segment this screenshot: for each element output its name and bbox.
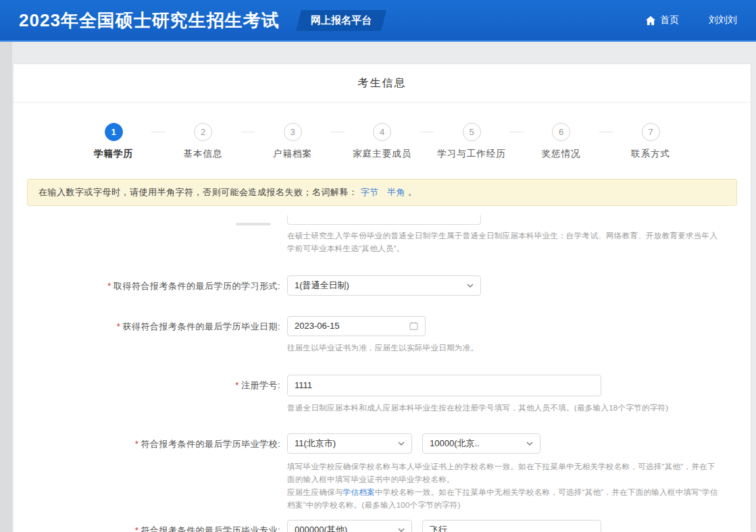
user-menu[interactable]: 刘刘刘	[709, 14, 737, 26]
step-circle: 4	[373, 123, 391, 141]
app-header: 2023年全国硕士研究生招生考试 网上报名平台 首页 刘刘刘	[0, 0, 756, 42]
wizard-step-2[interactable]: 2 基本信息	[166, 123, 241, 160]
reg-no-row: *注册学号:	[14, 375, 751, 396]
user-name: 刘刘刘	[709, 14, 737, 26]
grad-school-help-1: 填写毕业学校应确保学校名称与本人毕业证书上的学校名称一致。如在下拉菜单中无相关学…	[287, 460, 720, 486]
xuexin-archive-link[interactable]: 学信档案	[343, 488, 375, 496]
cutoff-select[interactable]	[287, 215, 481, 225]
wizard-step-6[interactable]: 6 奖惩情况	[524, 123, 599, 160]
step-label: 学习与工作经历	[437, 148, 506, 160]
study-form-row: *取得符合报考条件的最后学历的学习形式: 1(普通全日制)	[14, 275, 751, 296]
step-connector	[151, 132, 166, 132]
school-province-select[interactable]: 11(北京市)	[287, 433, 412, 454]
grad-date-row: *获得符合报考条件的最后学历毕业日期: 2023-06-15	[14, 316, 751, 336]
platform-badge-label: 网上报名平台	[311, 14, 372, 27]
wizard-step-4[interactable]: 4 家庭主要成员	[345, 123, 420, 160]
chevron-down-icon	[398, 442, 405, 446]
step-connector	[241, 132, 255, 132]
candidate-info-card: 考生信息 1 学籍学历 2 基本信息 3 户籍档案 4 家庭主要成员 5 学习与…	[14, 64, 751, 532]
wizard-step-5[interactable]: 5 学习与工作经历	[434, 123, 509, 160]
grad-major-label: 符合报考条件的最后学历毕业专业:	[141, 525, 280, 532]
byte-glossary-link[interactable]: 字节	[361, 187, 379, 197]
fresh-graduate-note: 在硕士研究生入学年份毕业的普通全日制学生属于普通全日制应届本科毕业生；自学考试、…	[287, 230, 720, 255]
card-title-row: 考生信息	[14, 64, 751, 103]
notice-suffix: 。	[408, 187, 418, 197]
step-label: 基本信息	[184, 148, 223, 160]
major-select-value: 000000(其他)	[295, 524, 347, 532]
major-name-input[interactable]	[422, 520, 601, 532]
step-label: 奖惩情况	[542, 148, 581, 160]
study-form-label: 取得符合报考条件的最后学历的学习形式:	[114, 281, 280, 291]
required-mark: *	[107, 281, 111, 291]
cutoff-label-stub	[236, 223, 271, 225]
reg-no-input[interactable]	[287, 375, 601, 396]
platform-badge: 网上报名平台	[296, 10, 386, 31]
home-icon	[645, 16, 656, 26]
step-circle: 6	[552, 123, 570, 141]
grad-school-help-2: 应届生应确保与学信档案中学校名称一致。如在下拉菜单中无相关学校名称，可选择“其他…	[287, 486, 720, 512]
required-mark: *	[135, 525, 139, 532]
step-connector	[330, 132, 345, 132]
step-connector	[599, 132, 613, 132]
school-province-value: 11(北京市)	[295, 437, 336, 450]
step-label: 联系方式	[631, 148, 670, 160]
step-circle: 3	[284, 123, 302, 141]
page-title: 考生信息	[358, 76, 407, 90]
school-name-value: 10000(北京..	[430, 437, 480, 450]
required-mark: *	[135, 439, 139, 449]
home-link[interactable]: 首页	[645, 14, 679, 26]
calendar-icon	[409, 321, 418, 330]
chevron-down-icon	[526, 442, 533, 446]
reg-no-label: 注册学号:	[241, 380, 280, 390]
step-circle: 1	[105, 123, 123, 141]
step-label: 学籍学历	[94, 148, 133, 160]
education-form: 在硕士研究生入学年份毕业的普通全日制学生属于普通全日制应届本科毕业生；自学考试、…	[14, 215, 751, 532]
step-connector	[509, 132, 524, 132]
grad-major-row: *符合报考条件的最后学历毕业专业: 000000(其他)	[14, 520, 751, 532]
chevron-down-icon	[398, 528, 405, 532]
step-circle: 7	[642, 123, 660, 141]
grad-school-row: *符合报考条件的最后学历毕业学校: 11(北京市) 10000(北京..	[14, 433, 751, 454]
step-label: 家庭主要成员	[353, 148, 411, 160]
halfwidth-glossary-link[interactable]: 半角	[387, 187, 405, 197]
step-label: 户籍档案	[273, 148, 312, 160]
grad-school-label: 符合报考条件的最后学历毕业学校:	[141, 439, 280, 449]
wizard-step-1[interactable]: 1 学籍学历	[76, 123, 151, 160]
grad-date-help: 往届生以毕业证书为准，应届生以实际毕业日期为准。	[287, 342, 720, 354]
major-select[interactable]: 000000(其他)	[287, 520, 412, 532]
app-title: 2023年全国硕士研究生招生考试	[19, 9, 280, 32]
chevron-down-icon	[467, 284, 474, 288]
reg-no-help: 普通全日制应届本科和成人应届本科毕业生按在校注册学号填写，其他人员不填。(最多输…	[287, 402, 720, 415]
step-connector	[420, 132, 434, 132]
step-circle: 5	[463, 123, 481, 141]
halfwidth-notice-bar: 在输入数字或字母时，请使用半角字符，否则可能会造成报名失败；名词解释： 字节 半…	[27, 179, 737, 206]
page-left-gutter	[0, 42, 12, 532]
wizard-step-7[interactable]: 7 联系方式	[613, 123, 688, 160]
notice-text: 在输入数字或字母时，请使用半角字符，否则可能会造成报名失败；名词解释：	[39, 187, 358, 197]
grad-date-label: 获得符合报考条件的最后学历毕业日期:	[122, 321, 280, 331]
grad-date-value: 2023-06-15	[295, 321, 340, 331]
cutoff-previous-field	[14, 215, 751, 225]
grad-date-input[interactable]: 2023-06-15	[287, 316, 426, 336]
study-form-value: 1(普通全日制)	[295, 280, 349, 292]
required-mark: *	[235, 380, 239, 390]
required-mark: *	[117, 321, 121, 331]
wizard-step-3[interactable]: 3 户籍档案	[255, 123, 330, 160]
step-wizard: 1 学籍学历 2 基本信息 3 户籍档案 4 家庭主要成员 5 学习与工作经历 …	[14, 103, 751, 168]
home-link-label: 首页	[660, 14, 679, 26]
school-name-select[interactable]: 10000(北京..	[422, 433, 540, 454]
study-form-select[interactable]: 1(普通全日制)	[287, 275, 481, 296]
step-circle: 2	[194, 123, 212, 141]
